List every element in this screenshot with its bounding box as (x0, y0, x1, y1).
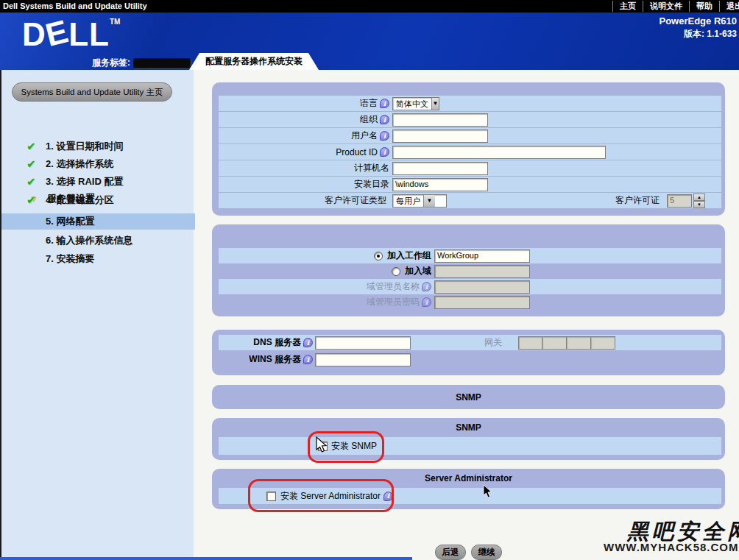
panel-snmp-bar: SNMP (212, 385, 725, 409)
username-input[interactable] (392, 130, 488, 143)
info-icon[interactable]: i (380, 99, 389, 108)
service-tag: 服务标签: (92, 57, 191, 69)
organization-label: 组织 (360, 113, 378, 126)
install-server-admin-checkbox[interactable] (266, 492, 276, 501)
header: DELLTM PowerEdge R610 版本: 1.1-633 服务标签: … (0, 13, 739, 70)
row-install-dir: 安装目录 \windows (219, 177, 721, 192)
logo-tm: TM (110, 18, 120, 26)
domain-input[interactable] (434, 265, 530, 278)
check-icon: ✔ (26, 140, 40, 153)
watermark-site-url: WWW.MYHACK58.COM (604, 541, 739, 553)
row-product-id: Product ID i (219, 144, 721, 160)
license-type-select[interactable]: 每用户 ▼ (392, 194, 447, 208)
sidebar-step-label: 1. 设置日期和时间 (46, 140, 123, 153)
menu-exit[interactable]: 退出 (719, 1, 739, 12)
check-icon: ✔ (26, 175, 40, 188)
continue-button[interactable]: 继续 (471, 545, 502, 560)
license-count-label: 客户许可证 (615, 194, 660, 207)
sbuu-home-button[interactable]: Systems Build and Update Utility 主页 (12, 82, 172, 102)
row-license: 客户许可证类型 每用户 ▼ 客户许可证 5 ▲ ▼ (219, 193, 721, 208)
info-icon[interactable]: i (380, 115, 389, 124)
username-label: 用户名 (351, 130, 378, 142)
panel-domain: 加入工作组 WorkGroup 加入域 域管理员名称 i 域管理员密码 i (212, 224, 725, 316)
logo-letter-e: E (42, 15, 71, 52)
product-id-input[interactable] (392, 146, 606, 159)
wins-server-input[interactable] (315, 353, 411, 366)
workgroup-input[interactable]: WorkGroup (434, 249, 530, 263)
app-title: Dell Systems Build and Update Utility (3, 1, 147, 10)
install-dir-input[interactable]: \windows (392, 178, 488, 191)
spinner-down-button[interactable]: ▼ (693, 201, 705, 208)
service-tag-label: 服务标签: (92, 57, 130, 69)
server-admin-section-title: Server Administrator (212, 473, 725, 483)
menu-documentation[interactable]: 说明文件 (643, 1, 689, 12)
join-workgroup-radio[interactable] (374, 252, 383, 260)
language-value: 简体中文 (393, 98, 431, 110)
sidebar-step-disk-partition[interactable]: ✔ 4. 配置磁盘分区 (1, 192, 195, 208)
computer-name-input[interactable] (392, 162, 488, 175)
dropdown-arrow-icon[interactable]: ▼ (431, 98, 439, 110)
license-count-value[interactable]: 5 (667, 194, 692, 208)
sidebar-step-os-info[interactable]: 6. 输入操作系统信息 (1, 233, 195, 249)
info-icon[interactable]: i (380, 131, 389, 141)
wins-server-label: WINS 服务器 (249, 353, 301, 366)
license-count-spinner[interactable]: 5 ▲ ▼ (667, 194, 705, 208)
language-select[interactable]: 简体中文 ▼ (392, 97, 439, 110)
logo-letters-ll: LL (68, 16, 110, 52)
dell-logo: DELLTM (22, 18, 120, 51)
tab-configure-os-install[interactable]: 配置服务器操作系统安装 (189, 53, 319, 70)
gateway-ip-input[interactable] (518, 336, 615, 350)
install-snmp-checkbox[interactable] (318, 442, 328, 451)
dropdown-arrow-icon[interactable]: ▼ (423, 195, 435, 207)
dns-server-label: DNS 服务器 (253, 336, 301, 349)
row-language: 语言 i 简体中文 ▼ (219, 96, 721, 111)
row-dns: DNS 服务器 i 网关 (219, 335, 721, 350)
info-icon[interactable]: i (303, 338, 313, 347)
product-id-label: Product ID (336, 147, 378, 157)
titlebar: Dell Systems Build and Update Utility 主页… (0, 0, 739, 13)
spinner-up-button[interactable]: ▲ (693, 194, 705, 201)
info-icon[interactable]: i (422, 297, 431, 307)
info-icon[interactable]: i (383, 492, 393, 501)
bottom-strip (0, 557, 412, 560)
install-dir-label: 安装目录 (354, 178, 389, 191)
sidebar-step-label: 7. 安装摘要 (46, 252, 94, 266)
dns-server-input[interactable] (315, 336, 411, 350)
domain-admin-name-input[interactable] (434, 280, 530, 294)
row-username: 用户名 i (219, 128, 721, 143)
ip-octet-4[interactable] (591, 336, 615, 350)
join-workgroup-label: 加入工作组 (387, 249, 431, 262)
ip-octet-2[interactable] (542, 336, 567, 350)
sidebar-step-raid-config[interactable]: ✔ 3. 选择 RAID 配置 (1, 174, 195, 190)
organization-input[interactable] (392, 113, 488, 127)
sidebar-step-label: 4. 配置磁盘分区 (46, 194, 113, 207)
panel-server-admin: Server Administrator 安装 Server Administr… (212, 469, 725, 509)
menu-home[interactable]: 主页 (612, 1, 643, 12)
domain-admin-password-input[interactable] (434, 296, 530, 309)
sidebar-step-network-config[interactable]: 5. 网络配置 (1, 213, 195, 230)
snmp-bar-title: SNMP (212, 392, 725, 403)
join-domain-radio[interactable] (392, 267, 400, 276)
sidebar-step-select-os[interactable]: ✔ 2. 选择操作系统 (1, 156, 195, 172)
snmp-section-title: SNMP (212, 422, 725, 433)
ip-octet-3[interactable] (567, 336, 591, 350)
sidebar-step-label: 2. 选择操作系统 (46, 157, 113, 171)
service-tag-redacted-value (133, 58, 191, 68)
panel-snmp: SNMP 安装 SNMP (212, 418, 725, 460)
domain-admin-password-label: 域管理员密码 (367, 296, 420, 308)
join-domain-label: 加入域 (405, 265, 431, 277)
sidebar-step-date-time[interactable]: ✔ 1. 设置日期和时间 (1, 138, 195, 155)
back-button[interactable]: 后退 (435, 545, 466, 560)
sidebar-step-label: 5. 网络配置 (46, 215, 94, 228)
row-computer-name: 计算机名 (219, 160, 721, 176)
row-install-server-admin: 安装 Server Administrator i (219, 488, 721, 504)
info-icon[interactable]: i (380, 147, 389, 157)
info-icon[interactable]: i (303, 355, 313, 364)
row-domain-admin-password: 域管理员密码 i (219, 294, 721, 310)
ip-octet-1[interactable] (518, 336, 542, 350)
menu-help[interactable]: 帮助 (689, 1, 719, 12)
sidebar-step-install-summary[interactable]: 7. 安装摘要 (1, 251, 195, 267)
titlebar-menu: 主页 说明文件 帮助 退出 (612, 0, 739, 13)
gateway-label: 网关 (484, 336, 502, 349)
info-icon[interactable]: i (422, 282, 431, 291)
